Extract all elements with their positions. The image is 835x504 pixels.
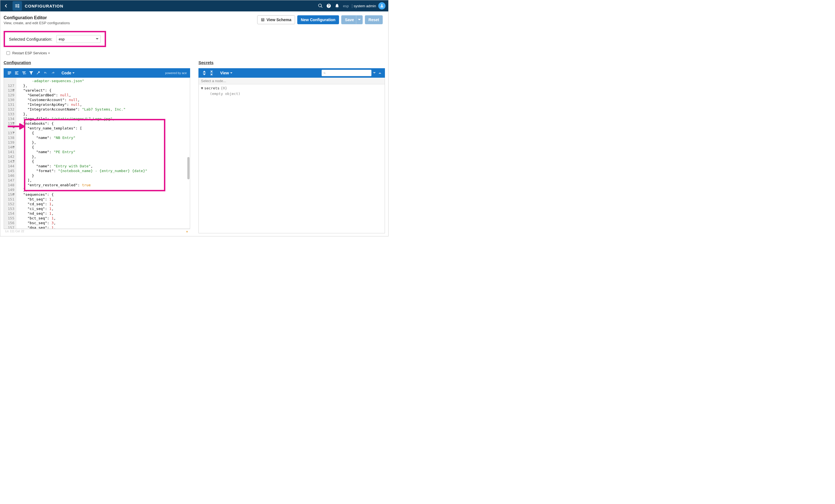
sort-icon [22, 71, 26, 75]
expand-all-button[interactable] [6, 69, 13, 77]
search-prev-button[interactable] [377, 69, 383, 76]
notifications-button[interactable] [333, 0, 341, 12]
configuration-panel: Configuration Code powered by ace 127128… [4, 60, 190, 233]
tree-caret-icon: ▼ [201, 85, 203, 91]
secrets-panel-title: Secrets [199, 60, 385, 65]
undo-button[interactable] [42, 69, 49, 77]
collapse-all-button[interactable] [13, 69, 20, 77]
warning-icon: ▲ [186, 230, 188, 233]
sort-button[interactable] [20, 69, 27, 77]
user-label: system admin [354, 4, 378, 8]
sliders-icon [15, 3, 20, 8]
editor-mode-dropdown[interactable]: Code [59, 71, 77, 75]
divider: | [350, 4, 354, 8]
expand-icon [7, 71, 12, 75]
page-header: Configuration Editor View, create, and e… [0, 12, 388, 28]
chevron-down-icon [373, 72, 376, 74]
selected-config-label: Selected Configuration: [9, 37, 52, 41]
configuration-panel-title: Configuration [4, 60, 190, 65]
save-button[interactable]: Save [341, 15, 358, 24]
search-icon [323, 71, 326, 75]
reset-button[interactable]: Reset [365, 15, 383, 24]
bell-icon [334, 3, 340, 8]
collapse-vert-icon [209, 71, 214, 75]
config-app-icon [13, 1, 22, 11]
page-app-title: CONFIGURATION [25, 4, 63, 8]
filter-button[interactable] [27, 69, 35, 77]
selected-config-dropdown[interactable]: esp [56, 35, 101, 43]
search-next-button[interactable] [371, 69, 377, 76]
user-avatar[interactable] [378, 2, 386, 9]
undo-icon [43, 71, 48, 75]
save-dropdown-button[interactable] [356, 15, 363, 24]
view-schema-button[interactable]: View Schema [257, 15, 295, 24]
node-path-input[interactable]: Select a node... [199, 78, 385, 84]
user-icon [380, 4, 384, 8]
top-navbar: CONFIGURATION esp | system admin [0, 0, 388, 12]
powered-by-label: powered by ace [165, 71, 188, 75]
redo-icon [50, 71, 55, 75]
secrets-collapse-button[interactable] [208, 69, 215, 77]
line-gutter: 1271281291301311321331341351371381391401… [4, 78, 16, 228]
secrets-expand-button[interactable] [201, 69, 208, 77]
redo-button[interactable] [49, 69, 57, 77]
chevron-left-icon [3, 3, 8, 8]
filter-icon [29, 71, 34, 75]
page-title: Configuration Editor [4, 15, 70, 20]
secrets-tree[interactable]: ▼ secrets {0} (empty object) [199, 84, 385, 98]
tenant-label: esp [341, 4, 350, 8]
config-editor-toolbar: Code powered by ace [4, 68, 190, 78]
secrets-search-input[interactable] [326, 71, 370, 75]
tree-root-row[interactable]: ▼ secrets {0} [201, 85, 383, 91]
chevron-up-icon [379, 72, 381, 74]
help-icon [326, 3, 331, 8]
back-button[interactable] [0, 0, 12, 12]
wrench-icon [36, 71, 41, 75]
repair-button[interactable] [35, 69, 42, 77]
schema-icon [261, 18, 265, 22]
tree-empty-label: (empty object) [201, 91, 383, 97]
selected-config-highlight: Selected Configuration: esp [4, 31, 106, 47]
chevron-down-icon [358, 18, 361, 21]
expand-vert-icon [202, 71, 206, 75]
help-button[interactable] [325, 0, 333, 12]
search-button[interactable] [316, 0, 325, 12]
restart-services-checkbox[interactable] [6, 51, 10, 55]
code-content[interactable]: -adapter-sequences.json" }, "varelect": … [16, 78, 190, 228]
search-icon [318, 3, 323, 8]
secrets-toolbar: View [199, 68, 385, 78]
secrets-search[interactable] [322, 69, 371, 76]
new-configuration-button[interactable]: New Configuration [297, 15, 339, 24]
cursor-position-label: Ln: 111 Col: 22 [5, 230, 24, 233]
page-subtitle: View, create, and edit ESP configuration… [4, 21, 70, 25]
collapse-icon [15, 71, 19, 75]
restart-services-label: Restart ESP Services + [12, 51, 50, 55]
code-editor[interactable]: 1271281291301311321331341351371381391401… [4, 78, 190, 229]
secrets-panel: Secrets View Select a node... ▼ se [199, 60, 385, 233]
secrets-mode-dropdown[interactable]: View [217, 71, 235, 75]
editor-scrollbar[interactable] [187, 78, 190, 228]
